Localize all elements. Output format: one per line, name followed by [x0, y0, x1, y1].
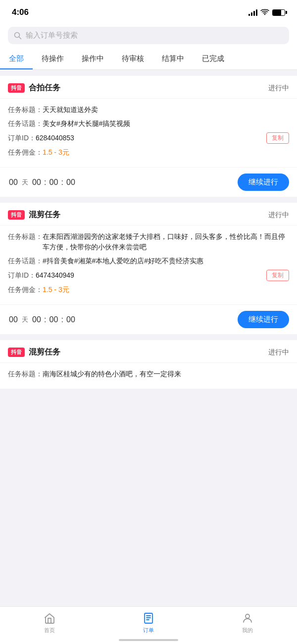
home-indicator: [119, 639, 178, 641]
svg-point-6: [246, 614, 249, 618]
order-id-row-2: 订单ID： 6474340949 复制: [8, 270, 289, 281]
status-icons: [248, 9, 285, 16]
nav-home-label: 首页: [44, 627, 55, 634]
tab-pending-review[interactable]: 待审核: [113, 49, 153, 69]
topic-value-2: #抖音美食#湘菜#本地人爱吃的店#好吃不贵经济实惠: [43, 256, 203, 266]
order-label-2: 订单ID：: [8, 271, 36, 280]
card-header-left-1: 抖音 合拍任务: [8, 83, 60, 93]
task-card-1: 抖音 合拍任务 进行中 任务标题： 天天就知道送外卖 任务话题： 美女#身材#大…: [0, 76, 297, 197]
title-label-1: 任务标题：: [8, 105, 43, 115]
tab-all[interactable]: 全部: [0, 49, 33, 69]
card-header-3: 抖音 混剪任务 进行中: [0, 340, 297, 363]
svg-rect-2: [145, 613, 152, 623]
timer-mins-2: 00: [48, 315, 59, 324]
task-topic-row-1: 任务话题： 美女#身材#大长腿#搞笑视频: [8, 118, 289, 129]
timer-days-1: 00: [8, 178, 19, 187]
tab-bar: 全部 待操作 操作中 待审核 结算中 已完成: [0, 49, 297, 70]
commission-label-1: 任务佣金：: [8, 147, 43, 158]
timer-hours-2: 00: [31, 315, 42, 324]
task-status-1: 进行中: [268, 84, 289, 93]
timer-mins-1: 00: [48, 178, 59, 187]
task-card-2: 抖音 混剪任务 进行中 任务标题： 在耒阳西湖游园旁的这家老矮子大排档，口味好，…: [0, 203, 297, 334]
search-bar: 输入订单号搜索: [0, 22, 297, 49]
timer-row-1: 00 天 00 : 00 : 00 继续进行: [0, 167, 297, 197]
platform-badge-1: 抖音: [8, 83, 25, 93]
timer-secs-1: 00: [65, 178, 76, 187]
platform-badge-3: 抖音: [8, 348, 25, 357]
continue-button-1[interactable]: 继续进行: [238, 174, 289, 191]
search-icon: [14, 32, 22, 40]
continue-button-2[interactable]: 继续进行: [238, 311, 289, 328]
order-id-left-2: 订单ID： 6474340949: [8, 271, 74, 280]
task-title-row-1: 任务标题： 天天就知道送外卖: [8, 105, 289, 115]
card-header-2: 抖音 混剪任务 进行中: [0, 203, 297, 226]
task-type-3: 混剪任务: [29, 347, 60, 357]
title-value-2: 在耒阳西湖游园旁的这家老矮子大排档，口味好，回头客多，性价比高！而且停车方便，快…: [43, 232, 289, 252]
card-header-left-3: 抖音 混剪任务: [8, 347, 60, 357]
order-value-1: 6284040853: [36, 134, 74, 143]
task-status-3: 进行中: [268, 348, 289, 357]
title-label-2: 任务标题：: [8, 232, 43, 252]
card-body-2: 任务标题： 在耒阳西湖游园旁的这家老矮子大排档，口味好，回头客多，性价比高！而且…: [0, 226, 297, 304]
user-icon: [241, 612, 254, 625]
signal-icon: [248, 9, 257, 16]
battery-icon: [272, 9, 285, 16]
commission-value-1: 1.5 - 3元: [43, 147, 69, 158]
order-value-2: 6474340949: [36, 271, 74, 280]
task-topic-row-2: 任务话题： #抖音美食#湘菜#本地人爱吃的店#好吃不贵经济实惠: [8, 256, 289, 266]
timer-hours-1: 00: [31, 178, 42, 187]
card-header-1: 抖音 合拍任务 进行中: [0, 76, 297, 99]
search-input-wrap[interactable]: 输入订单号搜索: [8, 27, 289, 44]
title-label-3: 任务标题：: [8, 369, 43, 379]
nav-order-label: 订单: [143, 627, 154, 634]
task-type-1: 合拍任务: [29, 83, 60, 93]
topic-label-1: 任务话题：: [8, 118, 43, 129]
order-id-row-1: 订单ID： 6284040853 复制: [8, 132, 289, 144]
wifi-icon: [260, 9, 269, 16]
title-value-3: 南海区桂城少有的特色小酒吧，有空一定得来: [43, 369, 181, 379]
timer-days-2: 00: [8, 315, 19, 324]
tab-completed[interactable]: 已完成: [193, 49, 233, 69]
bottom-nav: 首页 订单 我的: [0, 606, 297, 644]
task-title-row-2: 任务标题： 在耒阳西湖游园旁的这家老矮子大排档，口味好，回头客多，性价比高！而且…: [8, 232, 289, 252]
copy-button-2[interactable]: 复制: [266, 270, 289, 281]
title-value-1: 天天就知道送外卖: [43, 105, 98, 115]
tab-in-progress[interactable]: 操作中: [73, 49, 113, 69]
search-placeholder: 输入订单号搜索: [26, 31, 78, 40]
card-header-left-2: 抖音 混剪任务: [8, 210, 60, 220]
home-icon: [43, 612, 56, 625]
task-type-2: 混剪任务: [29, 210, 60, 220]
commission-label-2: 任务佣金：: [8, 285, 43, 295]
platform-badge-2: 抖音: [8, 210, 25, 220]
task-card-3: 抖音 混剪任务 进行中 任务标题： 南海区桂城少有的特色小酒吧，有空一定得来: [0, 340, 297, 389]
tab-pending-action[interactable]: 待操作: [33, 49, 73, 69]
tab-settling[interactable]: 结算中: [153, 49, 193, 69]
commission-value-2: 1.5 - 3元: [43, 285, 69, 295]
status-bar: 4:06: [0, 0, 297, 22]
order-label-1: 订单ID：: [8, 134, 36, 143]
timer-days-unit-2: 天: [22, 315, 28, 324]
order-icon: [142, 612, 155, 625]
nav-order[interactable]: 订单: [129, 612, 168, 634]
copy-button-1[interactable]: 复制: [266, 132, 289, 144]
card-body-3: 任务标题： 南海区桂城少有的特色小酒吧，有空一定得来: [0, 363, 297, 389]
svg-line-1: [19, 37, 21, 39]
timer-row-2: 00 天 00 : 00 : 00 继续进行: [0, 304, 297, 334]
commission-row-2: 任务佣金： 1.5 - 3元: [8, 285, 289, 295]
nav-home[interactable]: 首页: [30, 612, 69, 634]
timer-secs-2: 00: [65, 315, 76, 324]
topic-label-2: 任务话题：: [8, 256, 43, 266]
task-title-row-3: 任务标题： 南海区桂城少有的特色小酒吧，有空一定得来: [8, 369, 289, 379]
status-time: 4:06: [12, 7, 29, 17]
cards-container: 抖音 合拍任务 进行中 任务标题： 天天就知道送外卖 任务话题： 美女#身材#大…: [0, 70, 297, 428]
nav-profile[interactable]: 我的: [228, 612, 267, 634]
nav-profile-label: 我的: [242, 627, 253, 634]
topic-value-1: 美女#身材#大长腿#搞笑视频: [43, 118, 130, 129]
order-id-left-1: 订单ID： 6284040853: [8, 134, 74, 143]
card-body-1: 任务标题： 天天就知道送外卖 任务话题： 美女#身材#大长腿#搞笑视频 订单ID…: [0, 99, 297, 167]
commission-row-1: 任务佣金： 1.5 - 3元: [8, 147, 289, 158]
task-status-2: 进行中: [268, 211, 289, 220]
timer-days-unit-1: 天: [22, 178, 28, 187]
timer-display-1: 00 天 00 : 00 : 00: [8, 178, 76, 187]
timer-display-2: 00 天 00 : 00 : 00: [8, 315, 76, 324]
